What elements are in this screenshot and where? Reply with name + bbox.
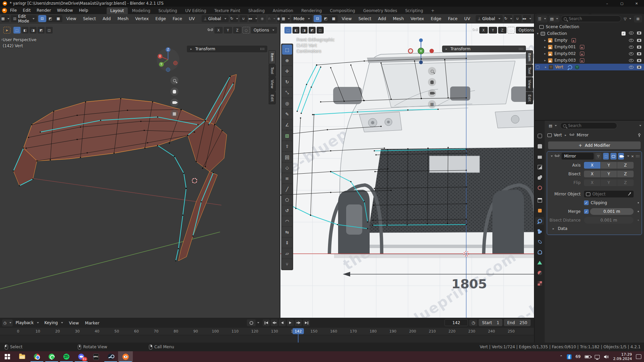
filter-display-icon[interactable]: ▤ bbox=[549, 15, 559, 22]
next-keyframe-button[interactable] bbox=[295, 319, 302, 326]
clipping-checkbox[interactable]: ✓ bbox=[584, 200, 589, 205]
keying-menu[interactable]: Keying bbox=[42, 319, 65, 326]
viewport-menu-mesh[interactable]: Mesh bbox=[390, 15, 407, 22]
options-caret-icon[interactable] bbox=[639, 125, 641, 126]
select-difference-icon[interactable]: ◩ bbox=[309, 27, 316, 34]
search-input[interactable] bbox=[569, 16, 618, 21]
options-dropdown[interactable]: Options bbox=[516, 27, 534, 34]
app-menu-icon[interactable] bbox=[2, 8, 7, 13]
show-on-cage-icon[interactable]: ▽ bbox=[595, 153, 601, 160]
select-box-tool-icon[interactable]: ⬚ bbox=[282, 45, 292, 55]
animate-dot-icon[interactable] bbox=[638, 220, 639, 221]
tab-collection-icon[interactable] bbox=[535, 196, 544, 204]
select-mode-buttons[interactable]: ⊡◩■ bbox=[314, 15, 338, 22]
disable-render-icon[interactable] bbox=[637, 46, 641, 49]
snap-target-icon[interactable]: ◌ bbox=[507, 27, 515, 34]
mode-dropdown[interactable]: ⊞Edit Mode bbox=[11, 15, 37, 22]
collapse-caret-icon[interactable] bbox=[551, 156, 553, 157]
camera-view-icon[interactable] bbox=[170, 99, 178, 107]
tab-uv-editing[interactable]: UV Editing bbox=[181, 7, 210, 14]
expand-icon[interactable]: ▸ bbox=[544, 65, 547, 69]
bisect-z-button[interactable]: Z bbox=[617, 171, 634, 177]
blender-taskbar-button[interactable] bbox=[118, 351, 133, 362]
viewport-menu-mesh[interactable]: Mesh bbox=[115, 15, 131, 22]
transform-panel-collapsed[interactable]: ▸Transform bbox=[442, 46, 526, 52]
spin-tool-icon[interactable]: ↺ bbox=[282, 205, 292, 216]
cursor-tool-icon[interactable]: ⊕ bbox=[282, 55, 292, 65]
clock[interactable]: 17:29 2.09.2024 bbox=[613, 352, 632, 361]
orientation-dropdown[interactable]: ⟂Global bbox=[202, 15, 229, 22]
maximize-button[interactable]: ▢ bbox=[614, 0, 629, 7]
show-gizmo-dropdown[interactable]: ◉ bbox=[277, 15, 280, 22]
poly-build-tool-icon[interactable]: ⬠ bbox=[282, 195, 292, 205]
proportional-edit-icon[interactable]: ◉ bbox=[532, 15, 534, 22]
navigation-gizmo[interactable]: Z X Y bbox=[153, 44, 181, 76]
shrink-fatten-tool-icon[interactable]: ⇕ bbox=[282, 238, 292, 248]
viewport-right[interactable]: ▦ Mode ⊡◩■ View Select Add Mesh Vertex E… bbox=[280, 14, 534, 318]
viewport-right-body[interactable]: the-blueprints.com the-blueprints.com th… bbox=[280, 23, 534, 318]
current-frame-field[interactable]: 142 bbox=[444, 319, 468, 326]
viewport-menu-select[interactable]: Select bbox=[356, 15, 374, 22]
active-tool-icon[interactable]: ➤ bbox=[3, 27, 10, 34]
outliner-row-empty[interactable]: ▸ Empty bbox=[535, 37, 644, 44]
select-new-icon[interactable]: ⬚ bbox=[13, 27, 20, 34]
sidebar-tab-item[interactable]: Item bbox=[269, 50, 276, 64]
show-in-editmode-icon[interactable]: ⬚ bbox=[603, 153, 609, 160]
drag-grip-icon[interactable] bbox=[636, 155, 640, 158]
sidebar-tab-tool[interactable]: Tool bbox=[269, 64, 276, 77]
add-modifier-button[interactable]: +Add Modifier bbox=[548, 141, 641, 149]
disable-render-icon[interactable] bbox=[637, 59, 641, 62]
menu-edit[interactable]: Edit bbox=[20, 7, 34, 14]
panel-grip-icon[interactable] bbox=[519, 48, 523, 50]
bisect-x-button[interactable]: X bbox=[584, 171, 600, 177]
tab-texture-paint[interactable]: Texture Paint bbox=[211, 7, 244, 14]
disable-render-icon[interactable] bbox=[637, 32, 641, 35]
bluetooth-icon[interactable] bbox=[567, 354, 572, 359]
menu-window[interactable]: Window bbox=[54, 7, 76, 14]
expand-icon[interactable]: ▸ bbox=[543, 45, 547, 49]
select-extend-icon[interactable]: ◧ bbox=[21, 27, 29, 34]
transform-tool-icon[interactable]: ◎ bbox=[282, 98, 292, 108]
ortho-grid-icon[interactable]: ▦ bbox=[170, 110, 178, 118]
start-button[interactable] bbox=[0, 351, 15, 362]
stopwatch-icon[interactable]: ◷ bbox=[469, 319, 477, 326]
mirror-object-field[interactable]: Object bbox=[584, 191, 634, 197]
snap-magnet-icon[interactable]: ∪ bbox=[514, 15, 522, 22]
tab-viewlayer-icon[interactable] bbox=[535, 163, 544, 171]
playback-menu[interactable]: Playback bbox=[13, 319, 42, 326]
breadcrumb-object[interactable]: Vert bbox=[554, 133, 562, 137]
outliner-row-collection[interactable]: ▾ Collection ✓ bbox=[535, 30, 644, 37]
snap-dropdown[interactable]: ▸▸ bbox=[523, 15, 531, 22]
timeline-ruler[interactable]: 0102030405060708090100110120130140150160… bbox=[0, 328, 534, 335]
tab-geometry-nodes[interactable]: Geometry Nodes bbox=[360, 7, 401, 14]
snap-dropdown[interactable]: ▸▸ bbox=[249, 15, 257, 22]
sidebar-tab-edit[interactable]: Edit bbox=[526, 92, 533, 104]
prev-keyframe-button[interactable] bbox=[271, 319, 278, 326]
orientation-dropdown[interactable]: ⟂Global bbox=[476, 15, 503, 22]
play-button[interactable] bbox=[287, 319, 294, 326]
inset-faces-tool-icon[interactable]: 回 bbox=[282, 152, 292, 162]
viewport-menu-face[interactable]: Face bbox=[445, 15, 460, 22]
proportional-edit-icon[interactable]: ◉ bbox=[258, 15, 266, 22]
rip-region-tool-icon[interactable]: ⑂ bbox=[282, 259, 292, 269]
menu-help[interactable]: Help bbox=[76, 7, 91, 14]
tab-output-icon[interactable] bbox=[535, 153, 544, 160]
select-subtract-icon[interactable]: ◨ bbox=[30, 27, 37, 34]
viewport-menu-select[interactable]: Select bbox=[80, 15, 99, 22]
timeline-editor-icon[interactable]: ◷ bbox=[2, 319, 13, 326]
tab-scene-icon[interactable] bbox=[535, 174, 544, 181]
sidebar-tab-view[interactable]: View bbox=[269, 77, 276, 91]
annotate-tool-icon[interactable]: ✎ bbox=[282, 109, 292, 119]
timeline-track[interactable] bbox=[0, 335, 534, 343]
viewport-menu-face[interactable]: Face bbox=[170, 15, 185, 22]
select-new-icon[interactable]: ⬚ bbox=[284, 27, 291, 34]
delete-modifier-icon[interactable]: ✕ bbox=[631, 155, 634, 158]
mirror-x-button[interactable]: X bbox=[479, 27, 488, 34]
battery-icon[interactable] bbox=[585, 355, 591, 358]
hide-eye-icon[interactable] bbox=[629, 66, 634, 69]
expand-icon[interactable]: ▾ bbox=[536, 32, 539, 35]
viewport-menu-vertex[interactable]: Vertex bbox=[132, 15, 151, 22]
viewport-menu-view[interactable]: View bbox=[64, 15, 79, 22]
snap-target-icon[interactable]: ◌ bbox=[243, 27, 250, 34]
panel-grip-icon[interactable] bbox=[260, 48, 265, 50]
